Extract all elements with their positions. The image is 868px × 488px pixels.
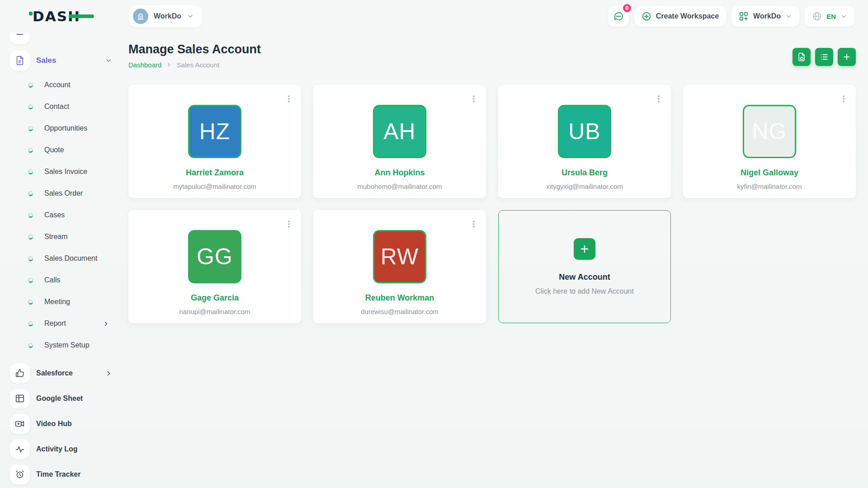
create-workspace-button[interactable]: Create Workspace [634,6,726,27]
bullet-icon [28,321,33,326]
new-account-title: New Account [559,272,610,282]
avatar: NG [743,105,796,158]
account-email: durewisu@mailinator.com [361,308,439,315]
account-name-link[interactable]: Nigel Galloway [741,168,798,178]
account-email: nanupi@mailinator.com [179,308,250,315]
file-refresh-icon [797,52,806,61]
top-bar: DASH WorkDo 0 Creat [0,0,868,33]
sidebar-subitem[interactable]: Quote [10,139,118,161]
plus-icon [574,238,595,260]
import-export-button[interactable] [793,48,811,66]
sidebar-item-label: Activity Log [36,445,78,453]
account-email: mytapuluci@mailinator.com [173,183,256,190]
workdo-apps-menu[interactable]: WorkDo [731,6,799,27]
language-selector[interactable]: EN [805,6,854,27]
language-code: EN [826,13,836,20]
list-view-button[interactable] [815,48,833,66]
more-vertical-icon [470,94,478,104]
account-card: NG Nigel Galloway kyfin@mailinator.com [683,85,856,198]
more-vertical-icon [285,94,293,104]
new-account-card[interactable]: New Account Click here to add New Accoun… [498,210,671,323]
account-name-link[interactable]: Gage Garcia [191,293,239,303]
sidebar-subitem[interactable]: Sales Invoice [10,161,118,183]
sidebar-subitem[interactable]: Sales Order [10,183,118,204]
card-menu-button[interactable] [468,92,480,106]
card-menu-button[interactable] [468,217,480,231]
chevron-right-icon [103,320,109,327]
bullet-icon [28,169,33,174]
card-menu-button[interactable] [283,92,295,106]
sidebar-subitem-label: Contact [44,103,69,111]
chevron-down-icon [105,57,112,64]
sidebar-item-label: Video Hub [36,420,72,428]
more-vertical-icon [470,219,478,229]
sidebar-subitem[interactable]: Meeting [10,291,118,313]
sidebar-item-label: Salesforce [36,369,73,377]
sidebar-subitem[interactable]: Stream [10,226,118,248]
plus-circle-icon [642,11,651,21]
breadcrumb-current: Sales Account [176,61,219,69]
sidebar-subitem-label: Sales Document [44,254,97,263]
sidebar-subitem[interactable]: Account [10,74,118,96]
sidebar-subitem-label: Opportunities [44,124,87,132]
sidebar-item-activity-log[interactable]: Activity Log [10,436,118,462]
sidebar-subitem[interactable]: Opportunities [10,117,118,139]
bullet-icon [28,83,33,88]
sidebar-subitem-label: Sales Order [44,189,83,197]
account-name-link[interactable]: Ursula Berg [561,168,608,178]
bullet-icon [28,191,33,196]
account-card: AH Ann Hopkins mubohomo@mailinator.com [313,85,486,198]
sidebar-group-sales[interactable]: Sales [10,51,118,70]
account-name-link[interactable]: Reuben Workman [365,293,434,303]
account-email: kyfin@mailinator.com [737,183,802,190]
bullet-icon [28,148,33,153]
sidebar-subitem[interactable]: Cases [10,204,118,226]
account-name-link[interactable]: Ann Hopkins [375,168,425,178]
sidebar-subitem-label: System Setup [44,341,90,349]
video-camera-icon [10,414,30,434]
app-logo[interactable]: DASH [29,7,97,26]
breadcrumb-dashboard-link[interactable]: Dashboard [128,61,161,69]
bullet-icon [28,256,33,261]
sidebar-item-salesforce[interactable]: Salesforce [10,361,118,386]
card-menu-button[interactable] [838,92,849,106]
account-card: GG Gage Garcia nanupi@mailinator.com [128,210,301,323]
file-icon [10,51,30,70]
chevron-down-icon [840,13,847,20]
workspace-selector[interactable]: WorkDo [129,5,202,27]
dash-icon [10,33,30,44]
sidebar-subitem[interactable]: System Setup [10,334,118,356]
plus-icon [842,52,851,61]
card-menu-button[interactable] [283,217,295,231]
avatar: UB [558,105,611,158]
sidebar-item-time-tracker[interactable]: Time Tracker [10,462,118,487]
bullet-icon [28,126,33,131]
sidebar-subitem[interactable]: Report [10,313,118,334]
new-account-subtitle: Click here to add New Account [535,287,634,296]
sidebar-item-video-hub[interactable]: Video Hub [10,411,118,436]
messages-button[interactable]: 0 [608,6,629,27]
account-email: xitygyxig@mailinator.com [546,183,623,190]
add-account-button[interactable] [838,48,856,66]
account-card: HZ Harriet Zamora mytapuluci@mailinator.… [128,85,301,198]
avatar: HZ [188,105,241,158]
bullet-icon [28,300,33,305]
chevron-down-icon [187,13,194,20]
chat-icon [613,11,624,22]
globe-icon [812,11,822,21]
bullet-icon [28,213,33,218]
sidebar-tools: Salesforce Google Sheet Video Hub Activi [10,361,118,487]
sidebar-item-google-sheet[interactable]: Google Sheet [10,386,118,411]
bullet-icon [28,343,33,348]
card-menu-button[interactable] [653,92,665,106]
sidebar-item-clipped-top[interactable] [10,33,118,44]
grid-plus-icon [739,11,749,21]
chevron-down-icon [785,13,792,20]
bullet-icon [28,104,33,109]
chevron-right-icon [166,62,172,68]
sidebar-subitem[interactable]: Sales Document [10,248,118,269]
account-name-link[interactable]: Harriet Zamora [186,168,244,178]
sidebar-subitem[interactable]: Calls [10,269,118,291]
activity-pulse-icon [10,439,30,459]
sidebar-subitem[interactable]: Contact [10,96,118,117]
